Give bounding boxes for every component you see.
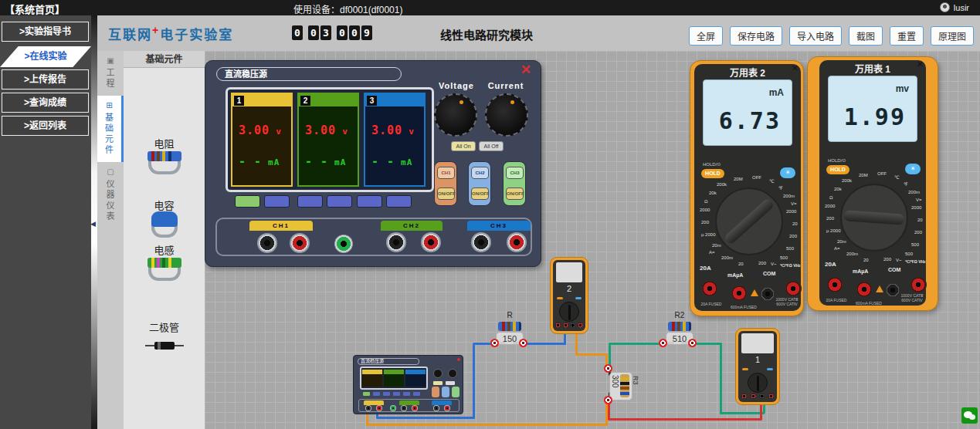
close-icon[interactable]: ✕ — [521, 62, 531, 78]
psu-soft-button[interactable] — [264, 195, 290, 208]
ch3-onoff-button[interactable]: ON/OFF — [506, 187, 524, 200]
psu-soft-button[interactable] — [357, 195, 382, 208]
toolbar-action-button[interactable]: 原理图 — [931, 26, 974, 46]
meter-lcd: mv 1.99 — [828, 76, 917, 142]
multimeter-2-window[interactable]: 万用表 2 ✕ mA 6.73 HOLD/⊙ HOLD ☀ 200k20MOFF… — [690, 60, 804, 316]
tab-instruments[interactable]: ▢ 仪器仪表 — [97, 162, 124, 228]
timer-digit: 0 — [337, 25, 348, 40]
current-knob[interactable] — [485, 93, 528, 137]
wire-node[interactable] — [490, 339, 499, 347]
close-icon[interactable]: ✕ — [917, 59, 924, 69]
mini-jack-ch3-neg[interactable] — [433, 405, 439, 411]
ch3-terminal-tag: CH3 — [467, 221, 531, 231]
all-on-button[interactable]: All On — [451, 141, 476, 151]
ch2-button-group: CH2 ON/OFF — [468, 161, 491, 206]
tab-basic-components[interactable]: ⊞ 基础元件 — [97, 96, 124, 162]
dial-range-label: V= — [916, 198, 922, 202]
ch1-pos-jack[interactable] — [290, 233, 310, 253]
voltage-value: 3.00 — [305, 123, 336, 137]
dial-range-label: 20m — [837, 239, 846, 244]
wechat-icon[interactable] — [961, 407, 978, 424]
wire-node[interactable] — [688, 339, 697, 347]
fuse-label: 20A FUSED — [697, 302, 726, 306]
meter-reading: 1.99 — [844, 103, 906, 130]
psu-soft-button[interactable] — [235, 195, 260, 208]
ch1-button[interactable]: CH1 — [437, 167, 455, 179]
tab-project[interactable]: ▣ 工程 — [97, 51, 124, 96]
hold-button[interactable]: HOLD — [701, 169, 724, 178]
ch2-neg-jack[interactable] — [386, 232, 406, 252]
toolbar-action-button[interactable]: 截图 — [849, 26, 883, 46]
ch3-pos-jack[interactable] — [507, 232, 527, 252]
diode-band — [158, 342, 161, 350]
voltage-knob[interactable] — [434, 93, 477, 137]
wire-node[interactable] — [604, 396, 612, 404]
wire-node[interactable] — [604, 364, 612, 373]
dial-pointer — [844, 210, 905, 225]
ground-jack[interactable] — [334, 235, 353, 253]
jack-maua[interactable] — [856, 281, 873, 298]
ch2-pos-jack[interactable] — [421, 232, 441, 252]
meter-title: 万用表 2 — [690, 66, 805, 79]
canvas-power-supply[interactable]: 直流稳压源 — [353, 355, 463, 414]
dial-range-label: 20 — [863, 258, 869, 262]
ch1-neg-jack[interactable] — [257, 233, 277, 253]
component-capacitor-label: 电容 — [124, 198, 205, 212]
backlight-button[interactable]: ☀ — [780, 167, 795, 178]
jack-maua[interactable] — [731, 285, 748, 302]
ch3-button-group: CH3 ON/OFF — [503, 161, 526, 206]
ch2-button[interactable]: CH2 — [471, 167, 489, 179]
sidebar-item-upload-report[interactable]: >上传报告 — [2, 69, 89, 90]
multimeter-1-window[interactable]: 万用表 1 ✕ mv 1.99 HOLD/⊙ HOLD ☀ 200k20MOFF… — [807, 56, 938, 311]
mini-jack-ch2-pos[interactable] — [412, 405, 418, 411]
sidebar-item-experiment-guide[interactable]: >实验指导书 — [2, 22, 89, 42]
username-label: lusir — [954, 3, 969, 12]
psu-soft-button[interactable] — [327, 195, 352, 208]
dial-range-label: 200k — [842, 178, 852, 183]
system-home-link[interactable]: 【系统首页】 — [5, 2, 65, 16]
jack-label-v: ℃/℉Ω VHz — [780, 263, 803, 268]
all-off-button[interactable]: All Off — [479, 141, 504, 151]
voltage-knob-label: Voltage — [429, 81, 483, 90]
canvas-multimeter-1[interactable]: 1 — [735, 328, 780, 405]
collapse-left-icon[interactable]: ◀ — [90, 220, 96, 228]
ch1-onoff-button[interactable]: ON/OFF — [437, 187, 455, 200]
range-dial[interactable] — [840, 184, 908, 252]
mini-jack-ch2-neg[interactable] — [401, 405, 407, 411]
ch3-button[interactable]: CH3 — [506, 167, 524, 179]
wire-segment — [366, 424, 608, 426]
toolbar-action-button[interactable]: 导入电路 — [789, 26, 842, 46]
close-icon[interactable]: ✕ — [792, 63, 799, 73]
jack-20a[interactable] — [701, 280, 718, 297]
toolbar-action-button[interactable]: 重置 — [890, 26, 924, 46]
psu-soft-button[interactable] — [297, 195, 323, 208]
user-menu[interactable]: lusir — [940, 2, 969, 12]
dial-range-label: 20m — [712, 243, 721, 248]
ch3-neg-jack[interactable] — [471, 232, 491, 252]
sidebar-item-query-score[interactable]: >查询成绩 — [2, 93, 89, 113]
circuit-canvas[interactable]: R 150 R2 510 300 R3 直流稳压源 — [205, 51, 980, 429]
psu-soft-button[interactable] — [386, 195, 412, 208]
hold-button[interactable]: HOLD — [826, 165, 849, 174]
range-dial[interactable] — [715, 187, 783, 255]
toolbar-action-button[interactable]: 保存电路 — [730, 26, 782, 46]
jack-vhz[interactable] — [910, 276, 927, 293]
sidebar-item-back-to-list[interactable]: >返回列表 — [2, 116, 89, 136]
toolbar-action-button[interactable]: 全屏 — [689, 26, 723, 46]
wire-node[interactable] — [659, 339, 667, 347]
wire-node[interactable] — [519, 339, 527, 347]
canvas-multimeter-2[interactable]: 2 — [550, 257, 588, 334]
mini-jack-ch1-neg[interactable] — [365, 405, 371, 411]
sidebar-item-online-experiment[interactable]: >在线实验 — [0, 46, 91, 67]
ch2-onoff-button[interactable]: ON/OFF — [471, 187, 489, 200]
dc-power-supply-window[interactable]: 直流稳压源 ✕ 1 3.00v - -mA 2 3.00v - -mA — [205, 60, 541, 267]
jack-20a[interactable] — [826, 276, 843, 293]
backlight-button[interactable]: ☀ — [905, 164, 921, 174]
dial-range-label: A= — [709, 250, 715, 255]
jack-vhz[interactable] — [785, 280, 802, 297]
mini-jack-ch3-pos[interactable] — [444, 405, 450, 411]
hold-power-label: HOLD/⊙ — [703, 161, 721, 167]
mini-jack-ch1-pos[interactable] — [376, 405, 382, 411]
mini-jack-ground[interactable] — [390, 405, 396, 411]
wire-segment — [608, 403, 610, 420]
